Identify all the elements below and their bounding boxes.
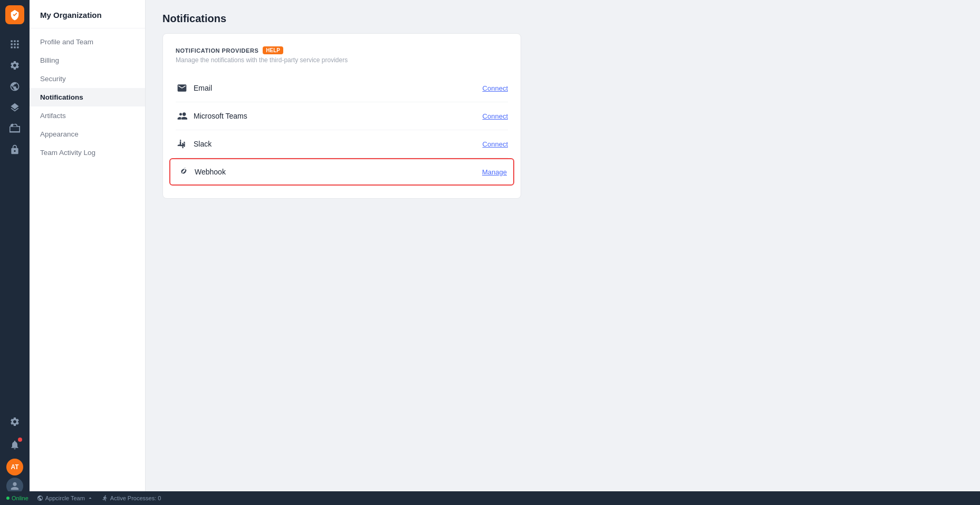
activity-icon: [102, 495, 108, 501]
slack-icon: [176, 138, 188, 150]
app-logo[interactable]: [5, 5, 24, 24]
sidebar-item-appearance[interactable]: Appearance: [30, 125, 145, 143]
help-badge[interactable]: HELP: [263, 46, 283, 54]
connect-slack-button[interactable]: Connect: [483, 140, 508, 148]
layers-icon: [9, 102, 20, 113]
sidebar-item-profile-team[interactable]: Profile and Team: [30, 33, 145, 51]
sidebar-item-team-activity-log[interactable]: Team Activity Log: [30, 143, 145, 162]
email-icon: [176, 82, 188, 94]
lock-icon: [9, 144, 20, 155]
provider-row-teams: Microsoft Teams Connect: [176, 102, 508, 130]
notification-badge: [18, 438, 22, 442]
chevron-up-icon: [87, 495, 93, 501]
integration-icon: [9, 81, 20, 92]
provider-name-email: Email: [194, 84, 483, 92]
sidebar: My Organization Profile and Team Billing…: [30, 0, 146, 505]
sidebar-item-notifications[interactable]: Notifications: [30, 88, 145, 106]
person-icon: [10, 481, 20, 491]
page-title: Notifications: [162, 13, 963, 25]
manage-webhook-button[interactable]: Manage: [482, 168, 507, 176]
team-icon: [37, 495, 43, 501]
settings-icon: [9, 416, 20, 427]
nav-icon-settings[interactable]: [5, 412, 24, 431]
status-online: Online: [6, 495, 28, 501]
provider-name-webhook: Webhook: [195, 168, 482, 176]
nav-icon-build[interactable]: [5, 56, 24, 75]
status-processes: Active Processes: 0: [102, 495, 161, 501]
notification-providers-card: NOTIFICATION PROVIDERS HELP Manage the n…: [162, 33, 521, 199]
online-dot: [6, 497, 9, 500]
provider-row-webhook: Webhook Manage: [169, 158, 514, 186]
connect-teams-button[interactable]: Connect: [483, 112, 508, 120]
build-icon: [9, 60, 20, 71]
main-content: Notifications NOTIFICATION PROVIDERS HEL…: [146, 0, 980, 505]
sidebar-item-artifacts[interactable]: Artifacts: [30, 106, 145, 125]
provider-row-email: Email Connect: [176, 74, 508, 102]
status-team: Appcircle Team: [37, 495, 93, 501]
briefcase-icon: [9, 123, 20, 134]
connect-email-button[interactable]: Connect: [483, 84, 508, 92]
provider-row-slack: Slack Connect: [176, 130, 508, 158]
card-subtitle: Manage the notifications with the third-…: [176, 56, 508, 64]
webhook-icon: [177, 166, 189, 178]
teams-icon: [176, 110, 188, 122]
user-avatar[interactable]: AT: [6, 459, 23, 475]
nav-icon-integration[interactable]: [5, 77, 24, 96]
icon-bar: AT: [0, 0, 30, 505]
section-label: NOTIFICATION PROVIDERS: [176, 47, 258, 54]
sidebar-title: My Organization: [30, 0, 145, 28]
provider-name-teams: Microsoft Teams: [194, 112, 483, 120]
nav-icon-layers[interactable]: [5, 98, 24, 117]
nav-icon-pipeline[interactable]: [5, 35, 24, 54]
sidebar-item-security[interactable]: Security: [30, 70, 145, 88]
status-bar: Online Appcircle Team Active Processes: …: [0, 491, 980, 505]
nav-icon-notifications[interactable]: [5, 435, 24, 454]
provider-name-slack: Slack: [194, 140, 483, 148]
logo-icon: [9, 9, 21, 21]
card-header: NOTIFICATION PROVIDERS HELP Manage the n…: [176, 46, 508, 64]
main-header: Notifications: [146, 0, 980, 33]
pipeline-icon: [9, 39, 20, 50]
sidebar-nav: Profile and Team Billing Security Notifi…: [30, 28, 145, 166]
sidebar-item-billing[interactable]: Billing: [30, 51, 145, 70]
nav-icon-briefcase[interactable]: [5, 119, 24, 138]
nav-icon-lock[interactable]: [5, 140, 24, 159]
